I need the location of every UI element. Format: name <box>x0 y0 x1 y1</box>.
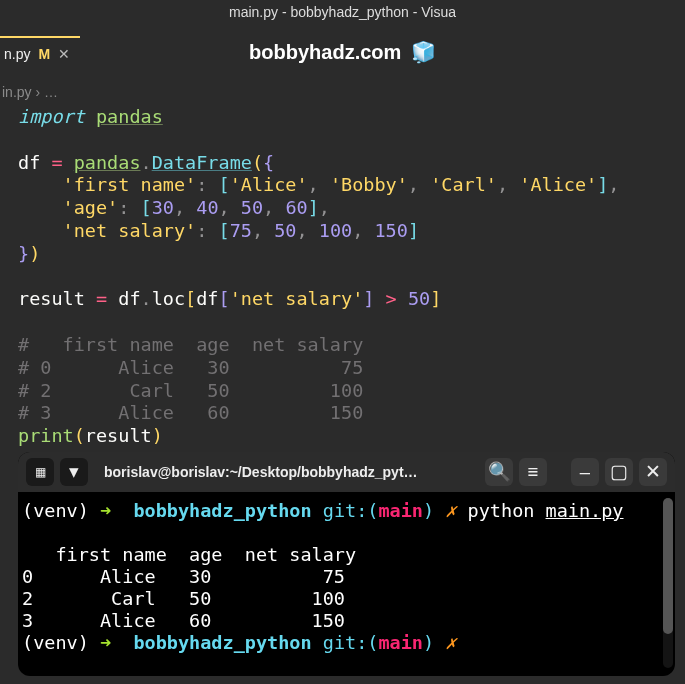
num: 50 <box>408 288 430 309</box>
num: 40 <box>196 197 218 218</box>
prompt-branch: main <box>378 500 423 521</box>
breadcrumb-more: … <box>44 84 58 100</box>
attr-loc: loc <box>152 288 185 309</box>
search-button[interactable]: 🔍 <box>485 458 513 486</box>
tab-dropdown-button[interactable]: ▾ <box>60 458 88 486</box>
window-title: main.py - bobbyhadz_python - Visua <box>0 4 685 20</box>
dict-key: 'first name' <box>63 174 197 195</box>
str: 'Bobby' <box>330 174 408 195</box>
terminal-scrollbar[interactable] <box>663 498 673 668</box>
terminal-header: ▦ ▾ borislav@borislav:~/Desktop/bobbyhad… <box>18 452 675 492</box>
watermark: bobbyhadz.com 🧊 <box>0 40 685 64</box>
terminal-output: 2 Carl 50 100 <box>22 588 345 609</box>
chevron-down-icon: ▾ <box>69 461 79 483</box>
var-result: result <box>18 288 85 309</box>
close-icon: ✕ <box>645 461 661 483</box>
breadcrumb[interactable]: in.py › … <box>0 84 58 100</box>
prompt-git: git: <box>323 632 368 653</box>
terminal-output: first name age net salary <box>22 544 356 565</box>
terminal-output: 0 Alice 30 75 <box>22 566 345 587</box>
menu-button[interactable]: ≡ <box>519 458 547 486</box>
dict-key: 'age' <box>63 197 119 218</box>
keyword-import: import <box>18 106 85 127</box>
str: 'Carl' <box>430 174 497 195</box>
str: 'net salary' <box>230 288 364 309</box>
plus-icon: ▦ <box>35 465 46 479</box>
code-editor[interactable]: import pandas df = pandas.DataFrame({ 'f… <box>18 106 675 448</box>
num: 75 <box>230 220 252 241</box>
num: 100 <box>319 220 352 241</box>
new-tab-button[interactable]: ▦ <box>26 458 54 486</box>
paren-open: ( <box>252 152 263 173</box>
close-button[interactable]: ✕ <box>639 458 667 486</box>
terminal-panel: ▦ ▾ borislav@borislav:~/Desktop/bobbyhad… <box>18 452 675 676</box>
comment: # 3 Alice 60 150 <box>18 402 363 423</box>
ref-pandas: pandas <box>74 152 141 173</box>
num: 30 <box>152 197 174 218</box>
var-df: df <box>196 288 218 309</box>
dirty-icon: ✗ <box>445 500 456 521</box>
prompt-cwd: bobbyhadz_python <box>133 632 311 653</box>
op-eq: = <box>51 152 62 173</box>
var-df: df <box>18 152 40 173</box>
op-gt: > <box>386 288 397 309</box>
dict-key: 'net salary' <box>63 220 197 241</box>
dot: . <box>141 152 152 173</box>
prompt-branch: main <box>378 632 423 653</box>
prompt-git: git: <box>323 500 368 521</box>
num: 50 <box>241 197 263 218</box>
search-icon: 🔍 <box>488 461 511 483</box>
chevron-right-icon: › <box>35 84 40 100</box>
fn-print: print <box>18 425 74 446</box>
str: 'Alice' <box>519 174 597 195</box>
breadcrumb-file: in.py <box>2 84 32 100</box>
brace-open: { <box>263 152 274 173</box>
cube-icon: 🧊 <box>411 41 436 63</box>
menu-icon: ≡ <box>528 461 539 483</box>
num: 50 <box>274 220 296 241</box>
venv-indicator: (venv) <box>22 632 89 653</box>
class-dataframe: DataFrame <box>152 152 252 173</box>
minimize-button[interactable]: – <box>571 458 599 486</box>
str: 'Alice' <box>230 174 308 195</box>
maximize-icon: ▢ <box>610 461 628 483</box>
brace-close: } <box>18 243 29 264</box>
comment: # 2 Carl 50 100 <box>18 380 363 401</box>
var-df: df <box>118 288 140 309</box>
maximize-button[interactable]: ▢ <box>605 458 633 486</box>
num: 150 <box>374 220 407 241</box>
op-eq: = <box>96 288 107 309</box>
minimize-icon: – <box>580 461 590 483</box>
prompt-cwd: bobbyhadz_python <box>133 500 311 521</box>
venv-indicator: (venv) <box>22 500 89 521</box>
module-pandas: pandas <box>96 106 163 127</box>
watermark-text: bobbyhadz.com <box>249 41 401 63</box>
prompt-arrow-icon: ➜ <box>100 632 111 653</box>
cmd-python: python <box>468 500 535 521</box>
cmd-file: main.py <box>546 500 624 521</box>
num: 60 <box>285 197 307 218</box>
comment: # 0 Alice 30 75 <box>18 357 363 378</box>
dirty-icon: ✗ <box>445 632 456 653</box>
paren-close: ) <box>29 243 40 264</box>
terminal-body[interactable]: (venv) ➜ bobbyhadz_python git:(main) ✗ p… <box>18 492 675 658</box>
scrollbar-thumb[interactable] <box>663 498 673 634</box>
terminal-output: 3 Alice 60 150 <box>22 610 345 631</box>
prompt-arrow-icon: ➜ <box>100 500 111 521</box>
comment: # first name age net salary <box>18 334 363 355</box>
terminal-title: borislav@borislav:~/Desktop/bobbyhadz_py… <box>94 464 479 480</box>
var-result: result <box>85 425 152 446</box>
